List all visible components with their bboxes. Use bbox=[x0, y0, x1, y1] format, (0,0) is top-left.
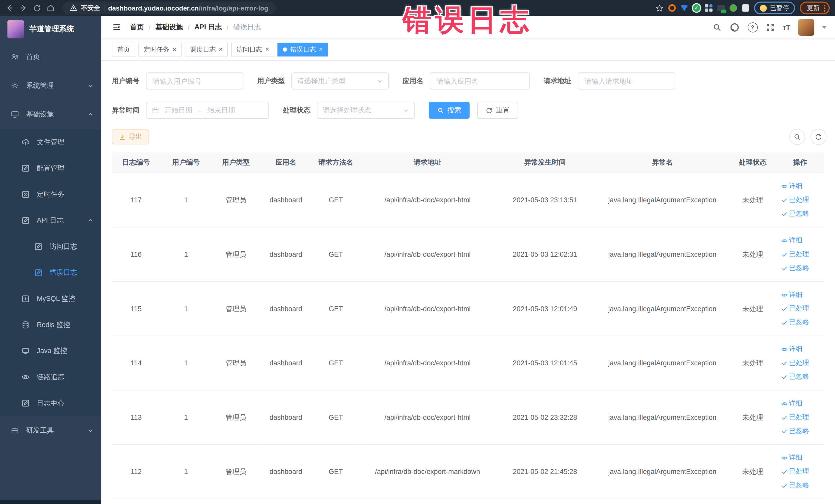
address-bar[interactable]: 不安全 dashboard.yudao.iocoder.cn/infra/log… bbox=[62, 2, 276, 14]
breadcrumb-item[interactable]: 首页 bbox=[130, 22, 144, 32]
mark-ignored-link[interactable]: 已忽略 bbox=[781, 427, 809, 436]
tab-schedule-log[interactable]: 调度日志× bbox=[185, 43, 228, 57]
breadcrumb-item[interactable]: 基础设施 bbox=[155, 22, 183, 32]
mark-handled-link[interactable]: 已处理 bbox=[781, 467, 809, 476]
app-name-input[interactable] bbox=[430, 73, 530, 89]
browser-back-icon[interactable] bbox=[5, 4, 14, 12]
detail-link[interactable]: 详细 bbox=[781, 236, 802, 245]
sidebar-item-config-manage[interactable]: 配置管理 bbox=[0, 155, 101, 181]
extension-grid-icon[interactable] bbox=[705, 4, 713, 12]
collapse-sidebar-icon[interactable] bbox=[112, 22, 121, 32]
tab-scheduled-job[interactable]: 定时任务× bbox=[138, 43, 182, 57]
sidebar-item-access-log[interactable]: 访问日志 bbox=[0, 234, 101, 260]
sidebar-item-log-center[interactable]: 日志中心 bbox=[0, 390, 101, 416]
detail-link[interactable]: 详细 bbox=[781, 182, 802, 190]
breadcrumb-item[interactable]: API 日志 bbox=[195, 22, 222, 32]
extension-shield-icon[interactable] bbox=[680, 5, 688, 11]
table-row: 112 1 管理员 dashboard GET /api/infra/db-do… bbox=[112, 444, 824, 499]
sidebar-item-devtools[interactable]: 研发工具 bbox=[0, 416, 101, 445]
sidebar-item-error-log[interactable]: 错误日志 bbox=[0, 259, 101, 285]
close-icon[interactable]: × bbox=[319, 46, 323, 53]
paused-label: 已暂停 bbox=[770, 3, 789, 12]
sidebar-item-api-log[interactable]: API 日志 bbox=[0, 207, 101, 234]
mark-handled-link[interactable]: 已处理 bbox=[781, 358, 809, 367]
sidebar-item-mysql-monitor[interactable]: MySQL 监控 bbox=[0, 285, 101, 312]
browser-menu-icon[interactable] bbox=[824, 5, 825, 12]
date-range-input[interactable]: 开始日期 - 结束日期 bbox=[146, 102, 269, 119]
cloud-upload-icon bbox=[21, 138, 30, 146]
table-row: 115 1 管理员 dashboard GET /api/infra/db-do… bbox=[112, 281, 824, 336]
status-label: 处理状态 bbox=[283, 105, 311, 115]
mark-handled-link[interactable]: 已处理 bbox=[781, 304, 809, 313]
user-id-input[interactable] bbox=[146, 73, 243, 89]
detail-link[interactable]: 详细 bbox=[781, 399, 802, 408]
reset-button[interactable]: 重置 bbox=[477, 102, 518, 119]
paused-badge[interactable]: 已暂停 bbox=[754, 2, 795, 14]
mark-ignored-link[interactable]: 已忽略 bbox=[781, 209, 809, 218]
sidebar-item-system[interactable]: 系统管理 bbox=[0, 72, 101, 100]
close-icon[interactable]: × bbox=[172, 46, 176, 53]
sidebar-item-label: 定时任务 bbox=[37, 189, 64, 199]
search-button[interactable]: 搜索 bbox=[429, 102, 470, 119]
tab-home[interactable]: 首页 bbox=[112, 43, 135, 57]
mark-handled-link[interactable]: 已处理 bbox=[781, 413, 809, 422]
mark-handled-link[interactable]: 已处理 bbox=[781, 250, 809, 259]
app-logo[interactable]: 芋道管理系统 bbox=[0, 16, 101, 43]
pen-square-icon bbox=[34, 242, 43, 250]
app-name-label: 应用名 bbox=[403, 76, 423, 86]
sidebar-item-java-monitor[interactable]: Java 监控 bbox=[0, 338, 101, 364]
tab-error-log[interactable]: 错误日志× bbox=[278, 43, 328, 57]
detail-link[interactable]: 详细 bbox=[781, 345, 802, 354]
export-button[interactable]: 导出 bbox=[112, 129, 149, 144]
status-select[interactable]: 请选择处理状态 bbox=[317, 102, 415, 119]
browser-forward-icon[interactable] bbox=[19, 4, 28, 12]
tabs-bar: 首页 定时任务× 调度日志× 访问日志× 错误日志× bbox=[101, 39, 835, 61]
detail-link[interactable]: 详细 bbox=[781, 453, 802, 462]
sidebar-item-home[interactable]: 首页 bbox=[0, 43, 101, 72]
sidebar-item-scheduled-job[interactable]: 定时任务 bbox=[0, 181, 101, 207]
tab-access-log[interactable]: 访问日志× bbox=[231, 43, 274, 57]
fullscreen-icon[interactable] bbox=[766, 23, 775, 32]
search-icon[interactable] bbox=[712, 23, 721, 32]
mark-ignored-link[interactable]: 已忽略 bbox=[781, 372, 809, 381]
detail-link[interactable]: 详细 bbox=[781, 290, 802, 299]
sidebar-item-redis-monitor[interactable]: Redis 监控 bbox=[0, 312, 101, 338]
url-host: dashboard.yudao.iocoder.cn bbox=[108, 5, 199, 12]
cell-user-id: 1 bbox=[160, 173, 212, 227]
toggle-search-button[interactable] bbox=[789, 129, 805, 145]
user-type-select[interactable]: 请选择用户类型 bbox=[291, 73, 389, 89]
update-label: 更新 bbox=[807, 3, 820, 12]
sidebar-item-file-manage[interactable]: 文件管理 bbox=[0, 129, 101, 155]
extension-check-icon[interactable]: ✓ bbox=[693, 4, 700, 12]
home-icon bbox=[11, 53, 19, 61]
cell-app-name: dashboard bbox=[260, 390, 312, 445]
refresh-table-button[interactable] bbox=[811, 129, 827, 145]
github-icon[interactable] bbox=[730, 22, 739, 32]
cell-user-type: 管理员 bbox=[212, 173, 260, 227]
browser-reload-icon[interactable] bbox=[33, 4, 41, 12]
mark-ignored-link[interactable]: 已忽略 bbox=[781, 481, 809, 490]
sidebar-item-infra[interactable]: 基础设施 bbox=[0, 100, 101, 129]
update-button[interactable]: 更新 bbox=[800, 2, 830, 14]
cell-exception: java.lang.IllegalArgumentException bbox=[595, 281, 730, 336]
request-url-input[interactable] bbox=[578, 73, 675, 89]
extension-green-icon[interactable] bbox=[730, 4, 737, 12]
mark-ignored-link[interactable]: 已忽略 bbox=[781, 318, 809, 327]
browser-home-icon[interactable] bbox=[46, 4, 55, 12]
cell-url: /api/infra/db-doc/export-html bbox=[360, 227, 495, 282]
sidebar-item-tracing[interactable]: 链路追踪 bbox=[0, 364, 101, 390]
extension-puzzle-icon[interactable] bbox=[742, 4, 749, 12]
close-icon[interactable]: × bbox=[219, 46, 223, 53]
font-size-icon[interactable]: тT bbox=[782, 23, 790, 31]
chevron-down-icon[interactable] bbox=[822, 26, 827, 28]
mark-ignored-link[interactable]: 已忽略 bbox=[781, 264, 809, 273]
avatar[interactable] bbox=[798, 19, 814, 36]
bookmark-star-icon[interactable] bbox=[656, 4, 664, 12]
cell-log-id: 116 bbox=[112, 227, 160, 282]
help-icon[interactable]: ? bbox=[748, 22, 757, 32]
col-user-type: 用户类型 bbox=[212, 152, 260, 173]
close-icon[interactable]: × bbox=[265, 46, 269, 53]
extension-orange-icon[interactable] bbox=[668, 4, 676, 12]
mark-handled-link[interactable]: 已处理 bbox=[781, 195, 809, 204]
extension-on-badge-icon[interactable] bbox=[717, 5, 725, 11]
